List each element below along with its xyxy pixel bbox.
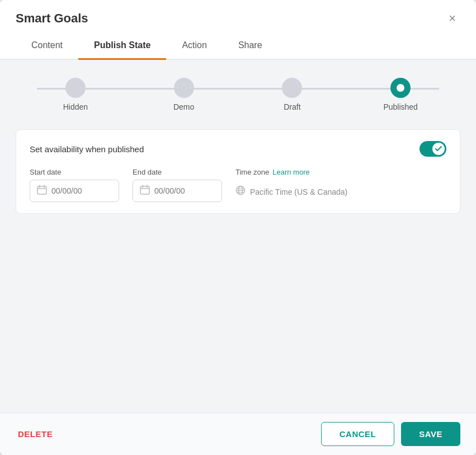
availability-toggle[interactable] <box>420 141 446 157</box>
step-draft-label: Draft <box>284 102 300 111</box>
save-button[interactable]: SAVE <box>401 422 460 446</box>
dialog-body: Hidden Demo Draft Published Set availabi… <box>0 60 476 412</box>
step-demo-circle <box>174 78 194 98</box>
tab-content[interactable]: Content <box>16 32 78 60</box>
availability-card: Set availability when published Start da… <box>16 129 460 214</box>
delete-button[interactable]: DELETE <box>16 425 55 443</box>
globe-icon <box>235 185 246 198</box>
step-published-label: Published <box>383 102 418 111</box>
dialog-header: Smart Goals × <box>0 0 476 27</box>
dialog-footer: DELETE CANCEL SAVE <box>0 412 476 455</box>
publish-state-steps: Hidden Demo Draft Published <box>16 78 460 111</box>
close-button[interactable]: × <box>444 10 460 27</box>
end-date-calendar-icon <box>140 185 150 197</box>
start-date-calendar-icon <box>37 185 47 197</box>
timezone-value-row: Pacific Time (US & Canada) <box>235 180 446 198</box>
availability-label: Set availability when published <box>30 144 144 154</box>
end-date-input-wrapper <box>133 180 222 202</box>
start-date-field: Start date <box>30 168 119 202</box>
smart-goals-dialog: Smart Goals × Content Publish State Acti… <box>0 0 476 455</box>
checkmark-icon <box>435 146 442 152</box>
step-published[interactable]: Published <box>346 78 455 111</box>
tab-publish-state[interactable]: Publish State <box>78 32 166 60</box>
date-row: Start date End date <box>30 168 446 202</box>
tab-share[interactable]: Share <box>223 32 278 60</box>
step-published-circle <box>390 78 411 98</box>
tab-bar: Content Publish State Action Share <box>0 32 476 60</box>
availability-header: Set availability when published <box>30 141 446 157</box>
start-date-label: Start date <box>30 168 119 176</box>
step-hidden-label: Hidden <box>63 102 88 111</box>
step-hidden[interactable]: Hidden <box>21 78 130 111</box>
timezone-label-row: Time zone Learn more <box>235 168 446 176</box>
dialog-title: Smart Goals <box>16 11 88 26</box>
svg-rect-1 <box>140 186 149 194</box>
step-draft[interactable]: Draft <box>238 78 347 111</box>
step-demo-label: Demo <box>173 102 194 111</box>
svg-rect-0 <box>37 186 46 194</box>
end-date-label: End date <box>133 168 222 176</box>
timezone-label: Time zone <box>235 168 269 176</box>
end-date-input[interactable] <box>154 186 205 195</box>
timezone-field: Time zone Learn more Pacific T <box>235 168 446 198</box>
tab-action[interactable]: Action <box>166 32 222 60</box>
step-draft-circle <box>282 78 302 98</box>
footer-right: CANCEL SAVE <box>321 422 460 446</box>
end-date-field: End date <box>133 168 222 202</box>
cancel-button[interactable]: CANCEL <box>321 422 395 446</box>
step-hidden-circle <box>65 78 86 98</box>
toggle-knob <box>432 143 445 155</box>
start-date-input-wrapper <box>30 180 119 202</box>
timezone-value: Pacific Time (US & Canada) <box>250 187 347 196</box>
step-demo[interactable]: Demo <box>130 78 238 111</box>
start-date-input[interactable] <box>51 186 102 195</box>
learn-more-link[interactable]: Learn more <box>272 168 309 176</box>
